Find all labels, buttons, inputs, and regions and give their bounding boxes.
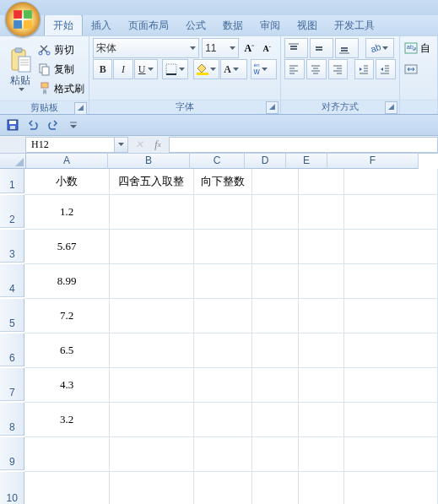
cell-F4[interactable] xyxy=(344,264,438,299)
cell-B6[interactable] xyxy=(110,333,194,368)
select-all-corner[interactable] xyxy=(0,154,26,169)
cell-E3[interactable] xyxy=(299,230,345,264)
ribbon-tab-5[interactable]: 审阅 xyxy=(251,15,289,35)
fx-button[interactable]: fx xyxy=(149,137,167,152)
cell-B5[interactable] xyxy=(110,299,194,333)
row-header-3[interactable]: 3 xyxy=(0,230,24,263)
cell-A10[interactable] xyxy=(24,472,109,504)
cell-C7[interactable] xyxy=(194,368,253,403)
align-left-button[interactable] xyxy=(284,59,305,79)
cell-E8[interactable] xyxy=(299,403,345,437)
cell-F2[interactable] xyxy=(344,195,438,230)
cell-B9[interactable] xyxy=(110,437,194,472)
align-bottom-button[interactable] xyxy=(335,38,359,58)
save-button[interactable] xyxy=(5,117,20,133)
cell-E1[interactable] xyxy=(299,169,345,195)
name-box-dropdown[interactable] xyxy=(115,137,128,153)
fill-color-button[interactable] xyxy=(193,59,220,79)
office-button[interactable] xyxy=(5,2,41,37)
name-box[interactable]: H12 xyxy=(25,137,115,153)
cell-F3[interactable] xyxy=(344,230,438,264)
formula-bar[interactable] xyxy=(169,137,438,153)
cell-F7[interactable] xyxy=(344,368,438,403)
col-header-C[interactable]: C xyxy=(190,154,245,169)
row-header-5[interactable]: 5 xyxy=(0,299,24,332)
cell-B1[interactable]: 四舍五入取整 xyxy=(110,169,194,195)
qat-customize-button[interactable] xyxy=(66,117,81,133)
cell-E7[interactable] xyxy=(299,368,345,403)
row-header-2[interactable]: 2 xyxy=(0,195,24,228)
font-launcher[interactable]: ◢ xyxy=(266,101,278,114)
cell-C10[interactable] xyxy=(194,472,253,504)
increase-indent-button[interactable] xyxy=(376,59,396,79)
row-header-1[interactable]: 1 xyxy=(0,169,24,193)
cell-E9[interactable] xyxy=(299,437,345,472)
row-header-7[interactable]: 7 xyxy=(0,368,24,401)
row-header-8[interactable]: 8 xyxy=(0,403,24,436)
ribbon-tab-3[interactable]: 公式 xyxy=(177,15,214,35)
cell-A2[interactable]: 1.2 xyxy=(24,195,109,230)
font-size-combo[interactable]: 11 xyxy=(202,38,239,58)
cell-B10[interactable] xyxy=(110,472,194,504)
cell-D7[interactable] xyxy=(252,368,299,403)
align-right-button[interactable] xyxy=(328,59,349,79)
italic-button[interactable]: I xyxy=(113,59,132,79)
border-button[interactable] xyxy=(162,59,188,79)
ribbon-tab-0[interactable]: 开始 xyxy=(44,14,83,35)
align-center-button[interactable] xyxy=(306,59,327,79)
cell-E10[interactable] xyxy=(299,472,345,504)
cell-B8[interactable] xyxy=(110,403,194,437)
cell-A5[interactable]: 7.2 xyxy=(24,299,109,333)
cell-D8[interactable] xyxy=(252,403,299,437)
format-painter-button[interactable]: 格式刷 xyxy=(37,79,84,98)
align-middle-button[interactable] xyxy=(310,38,333,58)
row-header-9[interactable]: 9 xyxy=(0,437,24,470)
cell-A3[interactable]: 5.67 xyxy=(24,230,109,264)
merge-button[interactable] xyxy=(403,60,434,79)
cell-E4[interactable] xyxy=(299,264,345,299)
cell-B2[interactable] xyxy=(110,195,194,230)
row-header-4[interactable]: 4 xyxy=(0,264,24,297)
cell-B3[interactable] xyxy=(110,230,194,264)
cell-E5[interactable] xyxy=(299,299,345,333)
col-header-D[interactable]: D xyxy=(245,154,286,169)
ribbon-tab-2[interactable]: 页面布局 xyxy=(120,15,177,35)
ribbon-tab-4[interactable]: 数据 xyxy=(214,15,251,35)
cell-C6[interactable] xyxy=(194,333,253,368)
cell-F6[interactable] xyxy=(344,333,438,368)
cell-D2[interactable] xyxy=(252,195,299,230)
row-header-10[interactable]: 10 xyxy=(0,472,24,504)
redo-button[interactable] xyxy=(46,117,61,133)
cell-D6[interactable] xyxy=(252,333,299,368)
cell-A6[interactable]: 6.5 xyxy=(24,333,109,368)
cell-F9[interactable] xyxy=(344,437,438,472)
col-header-A[interactable]: A xyxy=(26,154,108,169)
cell-D1[interactable] xyxy=(252,169,299,195)
clipboard-launcher[interactable]: ◢ xyxy=(74,102,87,115)
cell-D5[interactable] xyxy=(252,299,299,333)
cell-C4[interactable] xyxy=(194,264,253,299)
cell-E2[interactable] xyxy=(299,195,345,230)
align-launcher[interactable]: ◢ xyxy=(385,101,397,114)
col-header-B[interactable]: B xyxy=(108,154,190,169)
copy-button[interactable]: 复制 xyxy=(37,60,84,79)
grow-font-button[interactable]: Aˆ xyxy=(241,41,257,56)
cell-C8[interactable] xyxy=(194,403,253,437)
cell-C3[interactable] xyxy=(194,230,253,264)
wrap-text-button[interactable]: ab 自 xyxy=(403,39,434,57)
phonetic-button[interactable]: wén xyxy=(251,59,278,79)
cell-C2[interactable] xyxy=(194,195,253,230)
cell-A1[interactable]: 小数 xyxy=(24,169,109,195)
col-header-F[interactable]: F xyxy=(327,154,419,169)
align-top-button[interactable] xyxy=(284,38,308,58)
cell-D10[interactable] xyxy=(252,472,299,504)
cell-F1[interactable] xyxy=(344,169,438,195)
shrink-font-button[interactable]: Aˇ xyxy=(259,41,274,56)
cell-C5[interactable] xyxy=(194,299,253,333)
cell-D3[interactable] xyxy=(252,230,299,264)
cell-F10[interactable] xyxy=(344,472,438,504)
orientation-button[interactable]: ab xyxy=(365,38,394,58)
font-color-button[interactable]: A xyxy=(220,59,247,79)
cut-button[interactable]: 剪切 xyxy=(37,41,84,59)
undo-button[interactable] xyxy=(25,117,41,133)
